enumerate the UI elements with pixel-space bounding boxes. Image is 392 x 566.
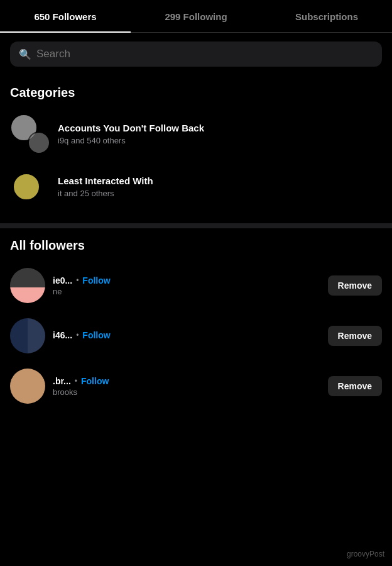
follow-button-1[interactable]: Follow bbox=[82, 330, 110, 340]
follower-username-2: .br... bbox=[53, 376, 71, 386]
categories-section: Categories Accounts You Don't Follow Bac… bbox=[0, 75, 392, 223]
follower-username-row-0: ie0... • Follow bbox=[53, 275, 320, 286]
category-sub-1: i9q and 540 others bbox=[58, 136, 382, 145]
category-info-2: Least Interacted With it and 25 others bbox=[58, 175, 382, 198]
follower-item-1: i46... • Follow Remove bbox=[0, 311, 392, 361]
remove-button-2[interactable]: Remove bbox=[328, 376, 382, 396]
category-name-2: Least Interacted With bbox=[58, 175, 382, 186]
all-followers-section: All followers ie0... • Follow ne Remove … bbox=[0, 228, 392, 424]
follower-username-row-2: .br... • Follow bbox=[53, 376, 320, 386]
follower-info-2: .br... • Follow brooks bbox=[53, 376, 320, 397]
tab-following[interactable]: 299 Following bbox=[131, 0, 261, 32]
watermark: groovyPost bbox=[347, 550, 384, 558]
tab-bar: 650 Followers 299 Following Subscription… bbox=[0, 0, 392, 33]
category-avatar-primary-2 bbox=[13, 173, 40, 201]
dot-1: • bbox=[76, 331, 79, 340]
follower-displayname-0: ne bbox=[53, 287, 320, 296]
remove-button-0[interactable]: Remove bbox=[328, 275, 382, 296]
search-bar[interactable]: 🔍 bbox=[10, 42, 382, 67]
category-info-1: Accounts You Don't Follow Back i9q and 5… bbox=[58, 123, 382, 145]
category-item-least-interacted[interactable]: Least Interacted With it and 25 others bbox=[0, 160, 392, 213]
categories-title: Categories bbox=[0, 75, 392, 108]
category-avatar-secondary-1 bbox=[28, 131, 50, 154]
follower-username-0: ie0... bbox=[53, 275, 72, 286]
follower-info-1: i46... • Follow bbox=[53, 330, 320, 341]
follower-username-row-1: i46... • Follow bbox=[53, 330, 320, 340]
tab-followers[interactable]: 650 Followers bbox=[0, 0, 131, 32]
follower-username-1: i46... bbox=[53, 330, 72, 340]
section-divider bbox=[0, 223, 392, 228]
category-sub-2: it and 25 others bbox=[58, 189, 382, 198]
category-item-dont-follow-back[interactable]: Accounts You Don't Follow Back i9q and 5… bbox=[0, 108, 392, 160]
category-name-1: Accounts You Don't Follow Back bbox=[58, 123, 382, 133]
follower-info-0: ie0... • Follow ne bbox=[53, 275, 320, 296]
follow-button-0[interactable]: Follow bbox=[82, 275, 110, 286]
category-avatars-2 bbox=[10, 167, 50, 207]
follower-item-2: .br... • Follow brooks Remove bbox=[0, 361, 392, 411]
all-followers-title: All followers bbox=[0, 228, 392, 260]
follower-item-0: ie0... • Follow ne Remove bbox=[0, 260, 392, 311]
dot-0: • bbox=[76, 276, 79, 285]
follower-avatar-1 bbox=[10, 318, 45, 353]
remove-button-1[interactable]: Remove bbox=[328, 326, 382, 346]
follower-avatar-2 bbox=[10, 369, 45, 404]
follower-avatar-0 bbox=[10, 268, 45, 303]
follower-displayname-2: brooks bbox=[53, 387, 320, 397]
search-icon: 🔍 bbox=[19, 48, 31, 60]
search-container: 🔍 bbox=[0, 33, 392, 75]
dot-2: • bbox=[75, 377, 77, 386]
follow-button-2[interactable]: Follow bbox=[81, 376, 109, 386]
search-input[interactable] bbox=[36, 48, 373, 60]
tab-subscriptions[interactable]: Subscriptions bbox=[261, 0, 392, 32]
category-avatars-1 bbox=[10, 114, 50, 154]
